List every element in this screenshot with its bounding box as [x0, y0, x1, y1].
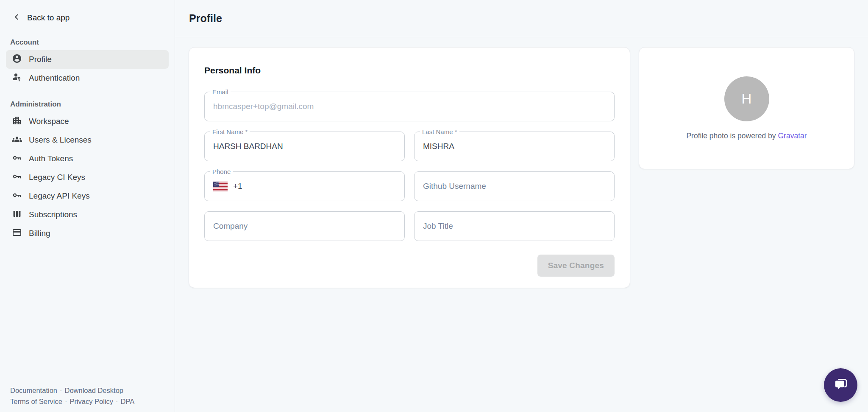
- sidebar-item-label: Workspace: [29, 117, 69, 126]
- terms-of-service-link[interactable]: Terms of Service: [10, 398, 62, 405]
- personal-info-title: Personal Info: [204, 65, 615, 76]
- personal-info-card: Personal Info Email First Name * Last Na…: [189, 47, 630, 288]
- account-circle-icon: [12, 53, 22, 66]
- chat-widget-button[interactable]: [824, 368, 857, 402]
- chat-bubbles-icon: [832, 376, 850, 395]
- sidebar-item-label: Users & Licenses: [29, 135, 92, 145]
- footer-separator: ·: [60, 387, 62, 394]
- back-to-app-button[interactable]: Back to app: [0, 10, 175, 25]
- sidebar-item-auth-tokens[interactable]: Auth Tokens: [6, 149, 169, 168]
- sidebar-item-workspace[interactable]: Workspace: [6, 112, 169, 131]
- footer-row-1: Documentation·Download Desktop: [10, 385, 134, 396]
- sidebar-item-label: Legacy API Keys: [29, 191, 90, 201]
- footer-row-2: Terms of Service·Privacy Policy·DPA: [10, 396, 134, 407]
- sidebar-item-label: Billing: [29, 229, 50, 238]
- github-username-field[interactable]: [423, 182, 606, 191]
- chevron-left-icon: [12, 12, 21, 24]
- page-header: Profile: [175, 0, 868, 37]
- email-field[interactable]: [213, 102, 606, 111]
- sidebar-item-users-licenses[interactable]: Users & Licenses: [6, 131, 169, 149]
- last-name-label: Last Name *: [420, 128, 459, 135]
- phone-label: Phone: [210, 168, 233, 175]
- first-name-label: First Name *: [210, 128, 250, 135]
- footer-separator: ·: [116, 398, 118, 405]
- last-name-field[interactable]: [423, 142, 606, 151]
- sidebar-item-label: Authentication: [29, 73, 80, 83]
- content-area: Personal Info Email First Name * Last Na…: [175, 37, 868, 288]
- sidebar-item-legacy-ci-keys[interactable]: Legacy CI Keys: [6, 168, 169, 187]
- gravatar-card: H Profile photo is powered byGravatar: [639, 47, 854, 169]
- section-title-account: Account: [0, 38, 175, 47]
- github-field-wrapper: [414, 171, 615, 201]
- save-changes-button[interactable]: Save Changes: [537, 255, 615, 277]
- download-desktop-link[interactable]: Download Desktop: [64, 387, 123, 394]
- sidebar-item-billing[interactable]: Billing: [6, 224, 169, 243]
- sidebar: Back to app Account Profile Authenticati…: [0, 0, 175, 412]
- key-icon: [12, 153, 22, 165]
- phone-field[interactable]: [233, 182, 396, 191]
- main-area: Profile Personal Info Email First Name *…: [175, 0, 868, 412]
- phone-field-wrapper: Phone: [204, 171, 405, 201]
- gravatar-caption-text: Profile photo is powered by: [686, 132, 776, 140]
- bars-icon: [12, 209, 22, 221]
- person-key-icon: [12, 72, 22, 84]
- footer-separator: ·: [65, 398, 67, 405]
- groups-icon: [12, 134, 22, 146]
- email-label: Email: [210, 88, 231, 95]
- phone-github-row: Phone: [204, 171, 615, 201]
- documentation-link[interactable]: Documentation: [10, 387, 57, 394]
- first-name-field-wrapper: First Name *: [204, 132, 405, 161]
- sidebar-footer: Documentation·Download Desktop Terms of …: [10, 385, 134, 407]
- job-title-field[interactable]: [423, 221, 606, 231]
- building-icon: [12, 115, 22, 128]
- gravatar-caption: Profile photo is powered byGravatar: [686, 132, 807, 140]
- sidebar-item-authentication[interactable]: Authentication: [6, 69, 169, 87]
- back-to-app-label: Back to app: [27, 13, 70, 22]
- sidebar-item-label: Legacy CI Keys: [29, 173, 85, 182]
- page-title: Profile: [189, 12, 222, 25]
- sidebar-item-label: Auth Tokens: [29, 154, 73, 163]
- sidebar-item-subscriptions[interactable]: Subscriptions: [6, 205, 169, 224]
- key-icon: [12, 171, 22, 184]
- privacy-policy-link[interactable]: Privacy Policy: [70, 398, 113, 405]
- sidebar-item-legacy-api-keys[interactable]: Legacy API Keys: [6, 187, 169, 205]
- company-job-row: [204, 211, 615, 241]
- us-flag-icon[interactable]: [213, 182, 228, 191]
- company-field[interactable]: [213, 221, 396, 231]
- credit-card-icon: [12, 227, 22, 240]
- job-title-field-wrapper: [414, 211, 615, 241]
- last-name-field-wrapper: Last Name *: [414, 132, 615, 161]
- sidebar-item-profile[interactable]: Profile: [6, 50, 169, 69]
- section-title-administration: Administration: [0, 100, 175, 109]
- sidebar-item-label: Subscriptions: [29, 210, 77, 219]
- avatar: H: [724, 76, 769, 121]
- dpa-link[interactable]: DPA: [121, 398, 135, 405]
- email-field-wrapper: Email: [204, 92, 615, 121]
- name-row: First Name * Last Name *: [204, 132, 615, 161]
- sidebar-item-label: Profile: [29, 55, 52, 64]
- key-icon: [12, 190, 22, 202]
- company-field-wrapper: [204, 211, 405, 241]
- first-name-field[interactable]: [213, 142, 396, 151]
- save-row: Save Changes: [204, 255, 615, 277]
- gravatar-link[interactable]: Gravatar: [778, 132, 807, 140]
- email-row: Email: [204, 92, 615, 121]
